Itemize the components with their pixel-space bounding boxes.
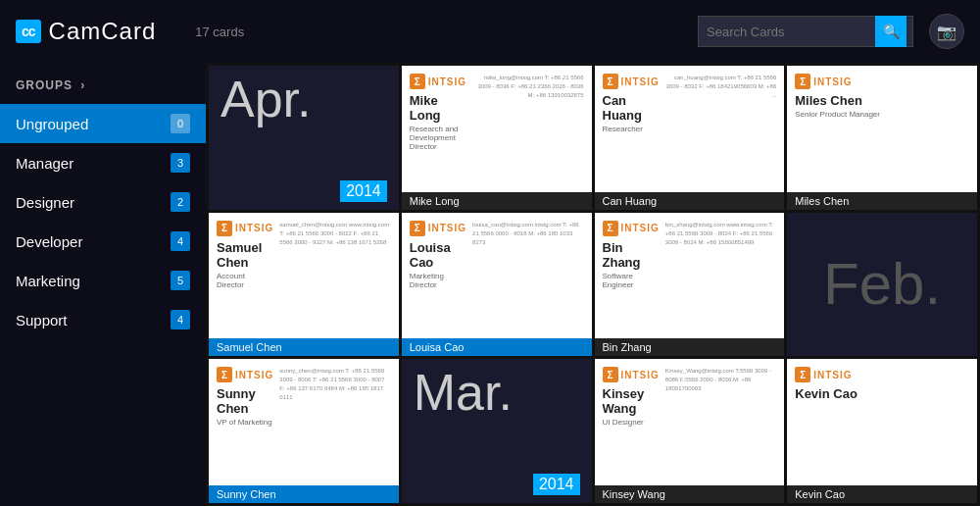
card-contact-details: mike_long@intsig.com T: +86 21 5566 3009… bbox=[472, 74, 583, 184]
sidebar-badge: 3 bbox=[171, 153, 190, 173]
sidebar-item-ungrouped[interactable]: Ungrouped 0 bbox=[0, 104, 206, 143]
card-person-title: Research and Development Director bbox=[410, 125, 466, 151]
card-footer-can-huang: Can Huang bbox=[595, 192, 785, 210]
search-button[interactable]: 🔍 bbox=[875, 16, 906, 47]
date-cell-feb: Feb. bbox=[787, 213, 977, 357]
intsig-logo: Σ INTSIG bbox=[410, 74, 466, 89]
sidebar-item-manager[interactable]: Manager 3 bbox=[0, 143, 206, 182]
business-card-bin-zhang[interactable]: Σ INTSIG Bin Zhang Software Engineer bin… bbox=[595, 213, 785, 357]
sigma-icon: Σ bbox=[603, 74, 618, 89]
card-contact-details: samuel_chen@intsig.com www.intsig.com T:… bbox=[279, 221, 390, 331]
sidebar-badge: 4 bbox=[171, 231, 190, 251]
sigma-icon: Σ bbox=[410, 221, 425, 236]
sidebar-item-marketing[interactable]: Marketing 5 bbox=[0, 261, 206, 300]
card-person-title: Account Director bbox=[217, 272, 273, 289]
date-month-feb: Feb. bbox=[823, 250, 941, 318]
date-month-mar: Mar. bbox=[414, 367, 580, 418]
groups-header[interactable]: GROUPS › bbox=[0, 75, 206, 104]
business-card-louisa-cao[interactable]: Σ INTSIG Louisa Cao Marketing Director l… bbox=[402, 213, 592, 357]
sidebar-item-support[interactable]: Support 4 bbox=[0, 300, 206, 339]
intsig-logo: Σ INTSIG bbox=[217, 367, 273, 382]
business-card-can-huang[interactable]: Σ INTSIG Can Huang Researcher can_huang@… bbox=[595, 66, 785, 210]
card-contact-details: louisa_cao@intsig.com intsig.com T: +86 … bbox=[472, 221, 583, 331]
app-title: CamCard bbox=[49, 18, 157, 45]
card-person-name: Louisa Cao bbox=[410, 240, 466, 270]
header: cc CamCard 17 cards 🔍 📷 bbox=[0, 0, 980, 63]
card-person-title: Senior Product Manager bbox=[795, 110, 969, 119]
card-footer-kevin-cao: Kevin Cao bbox=[787, 485, 977, 503]
card-person-name: Mike Long bbox=[410, 93, 466, 123]
card-footer-mike-long: Mike Long bbox=[402, 192, 592, 210]
card-image-kinsey-wang: Σ INTSIG Kinsey Wang UI Designer Kinsey_… bbox=[595, 359, 785, 485]
intsig-logo: Σ INTSIG bbox=[603, 367, 660, 382]
card-image-miles-chen: Σ INTSIG Miles Chen Senior Product Manag… bbox=[787, 66, 977, 192]
card-person-name: Kinsey Wang bbox=[603, 386, 660, 416]
sidebar-badge: 5 bbox=[171, 271, 190, 290]
intsig-brand-name: INTSIG bbox=[235, 223, 273, 233]
card-person-title: VP of Marketing bbox=[217, 418, 273, 427]
intsig-brand-name: INTSIG bbox=[428, 76, 466, 87]
business-card-samuel-chen[interactable]: Σ INTSIG Samuel Chen Account Director sa… bbox=[209, 213, 399, 357]
card-contact-details: bin_zhang@intsig.com www.intsig.com T: +… bbox=[665, 221, 776, 331]
sigma-icon: Σ bbox=[410, 74, 425, 89]
card-count: 17 cards bbox=[195, 25, 682, 39]
sidebar-item-label: Developer bbox=[16, 233, 82, 250]
business-card-kevin-cao[interactable]: Σ INTSIG Kevin Cao Kevin Cao bbox=[787, 359, 977, 503]
card-image-sunny-chen: Σ INTSIG Sunny Chen VP of Marketing sunn… bbox=[209, 359, 399, 485]
intsig-logo: Σ INTSIG bbox=[795, 74, 969, 89]
card-person-title: Software Engineer bbox=[603, 272, 660, 289]
card-image-louisa-cao: Σ INTSIG Louisa Cao Marketing Director l… bbox=[402, 213, 592, 339]
business-card-sunny-chen[interactable]: Σ INTSIG Sunny Chen VP of Marketing sunn… bbox=[209, 359, 399, 503]
card-person-title: UI Designer bbox=[603, 418, 660, 427]
sidebar: GROUPS › Ungrouped 0 Manager 3 Designer … bbox=[0, 63, 206, 506]
sidebar-item-designer[interactable]: Designer 2 bbox=[0, 182, 206, 222]
sidebar-item-label: Support bbox=[16, 312, 68, 329]
sigma-icon: Σ bbox=[795, 367, 810, 382]
card-person-name: Sunny Chen bbox=[217, 386, 273, 416]
card-person-name: Bin Zhang bbox=[603, 240, 660, 270]
content-area: Apr. 2014 Σ INTSIG Mike Long Research an… bbox=[206, 63, 980, 506]
card-contact-details: Kinsey_Wang@intsig.com T:5566 3009 - 808… bbox=[665, 367, 776, 478]
card-contact-details: sunny_chen@intsig.com T: +86 21 5566 300… bbox=[279, 367, 390, 478]
card-contact-details: can_huang@intsig.com T: +86 21 5566 3009… bbox=[665, 74, 776, 184]
sigma-icon: Σ bbox=[217, 367, 232, 382]
card-footer-miles-chen: Miles Chen bbox=[787, 192, 977, 210]
card-footer-louisa-cao: Louisa Cao bbox=[402, 338, 592, 356]
intsig-logo: Σ INTSIG bbox=[217, 221, 273, 236]
card-image-kevin-cao: Σ INTSIG Kevin Cao bbox=[787, 359, 977, 485]
card-image-bin-zhang: Σ INTSIG Bin Zhang Software Engineer bin… bbox=[595, 213, 785, 339]
card-person-name: Kevin Cao bbox=[795, 386, 969, 401]
business-card-miles-chen[interactable]: Σ INTSIG Miles Chen Senior Product Manag… bbox=[787, 66, 977, 210]
camera-button[interactable]: 📷 bbox=[929, 14, 964, 49]
sidebar-item-label: Manager bbox=[16, 155, 74, 172]
card-person-name: Can Huang bbox=[603, 93, 660, 123]
sigma-icon: Σ bbox=[603, 367, 618, 382]
date-month-apr: Apr. bbox=[220, 74, 387, 125]
sigma-icon: Σ bbox=[603, 221, 618, 236]
card-image-can-huang: Σ INTSIG Can Huang Researcher can_huang@… bbox=[595, 66, 785, 192]
date-cell-apr: Apr. 2014 bbox=[209, 66, 399, 210]
intsig-brand-name: INTSIG bbox=[813, 76, 852, 87]
card-person-title: Researcher bbox=[603, 125, 660, 133]
search-bar: 🔍 bbox=[698, 16, 913, 47]
date-year-mar: 2014 bbox=[533, 474, 580, 495]
logo-area: cc CamCard bbox=[16, 18, 156, 45]
intsig-brand-name: INTSIG bbox=[621, 76, 660, 87]
sidebar-badge: 2 bbox=[171, 192, 190, 212]
business-card-kinsey-wang[interactable]: Σ INTSIG Kinsey Wang UI Designer Kinsey_… bbox=[595, 359, 785, 503]
search-input[interactable] bbox=[699, 25, 875, 39]
date-cell-mar: Mar. 2014 bbox=[402, 359, 592, 503]
sidebar-item-label: Ungrouped bbox=[16, 116, 88, 132]
groups-label: GROUPS bbox=[16, 78, 73, 92]
main-area: GROUPS › Ungrouped 0 Manager 3 Designer … bbox=[0, 63, 980, 506]
sigma-icon: Σ bbox=[217, 221, 232, 236]
sidebar-badge: 4 bbox=[171, 310, 190, 329]
intsig-logo: Σ INTSIG bbox=[603, 221, 660, 236]
card-image-samuel-chen: Σ INTSIG Samuel Chen Account Director sa… bbox=[209, 213, 399, 339]
sigma-icon: Σ bbox=[795, 74, 810, 89]
card-image-mike-long: Σ INTSIG Mike Long Research and Developm… bbox=[402, 66, 592, 192]
business-card-mike-long[interactable]: Σ INTSIG Mike Long Research and Developm… bbox=[402, 66, 592, 210]
card-footer-bin-zhang: Bin Zhang bbox=[595, 338, 785, 356]
intsig-logo: Σ INTSIG bbox=[410, 221, 466, 236]
sidebar-item-developer[interactable]: Developer 4 bbox=[0, 222, 206, 261]
